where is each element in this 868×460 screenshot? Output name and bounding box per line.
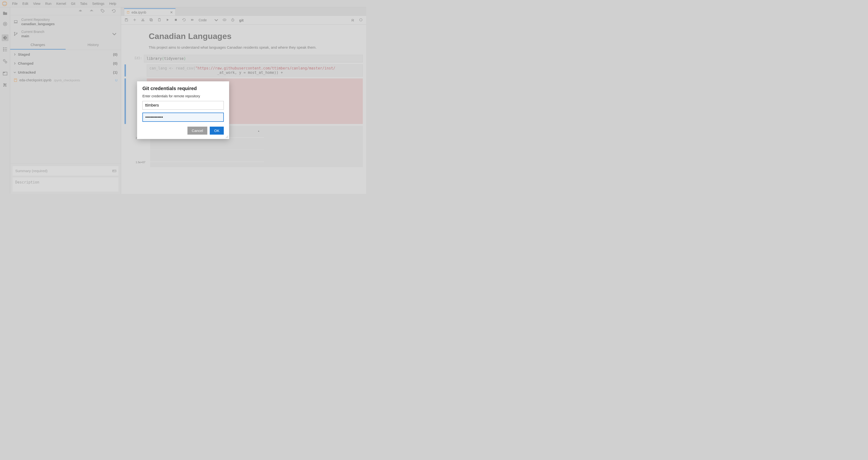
username-input[interactable]: [143, 101, 224, 110]
password-input[interactable]: [143, 112, 224, 122]
cancel-button[interactable]: Cancel: [187, 127, 208, 135]
git-credentials-dialog: Git credentials required Enter credentia…: [137, 81, 229, 139]
ok-button[interactable]: OK: [210, 127, 224, 135]
dialog-title: Git credentials required: [143, 86, 224, 91]
dialog-subtitle: Enter credentials for remote repository: [143, 94, 224, 98]
resize-grip-icon[interactable]: [226, 136, 228, 138]
